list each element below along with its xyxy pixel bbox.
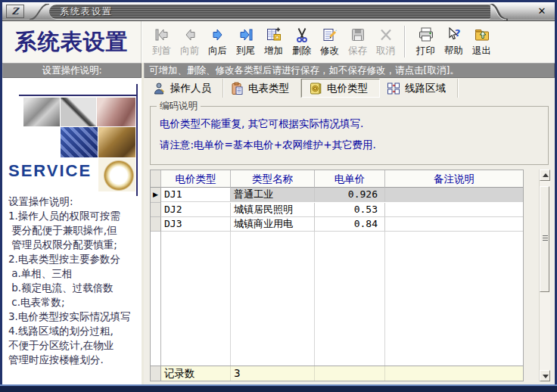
groupbox-line2: 请注意:电单价=基本电价+农网维护+其它费用.	[151, 138, 548, 152]
filler-note-col	[385, 232, 523, 366]
pen-photo	[61, 98, 96, 126]
toolbar-delete-button[interactable]: 删除	[288, 23, 316, 58]
tabbar: 操作人员电表类型电价类型线路区域	[144, 78, 555, 98]
help-icon: ?	[440, 24, 468, 45]
footer-indicator-cell	[151, 366, 161, 381]
groupbox-line1: 电价类型不能重复, 其它可根据实际情况填写.	[151, 117, 548, 131]
toolbar-button-label: 打印	[412, 45, 440, 58]
cell-price: 0.84	[315, 217, 385, 232]
cell-note	[385, 203, 523, 217]
toolbar-modify-button[interactable]: 修改	[316, 23, 344, 58]
price-type-grid: 电价类型类型名称电单价备注说明 ▶DJ1普通工业0.926DJ2城镇居民照明0.…	[150, 170, 524, 381]
record-count-label: 记录数	[161, 366, 231, 381]
toolbar-button-label: 到首	[148, 45, 176, 58]
toolbar-save-button: 保存	[344, 23, 372, 58]
toolbar-button-label: 到尾	[232, 45, 260, 58]
keyboard-photo	[61, 127, 98, 157]
tab-person[interactable]: 操作人员	[145, 79, 223, 98]
instruction-line: 4.线路区域的划分过粗,	[8, 324, 138, 338]
toolbar-button-label: 退出	[468, 45, 496, 58]
scroll-down-button[interactable]	[540, 370, 550, 381]
table-row[interactable]: ▶DJ1普通工业0.926	[151, 188, 523, 203]
cancel-icon	[372, 24, 400, 45]
instruction-line: 管理时应按楼幢划分.	[8, 353, 138, 367]
last-icon	[232, 24, 260, 45]
tab-clipboard[interactable]: 电表类型	[223, 79, 301, 98]
grid-empty-area	[151, 232, 523, 366]
toolbar-cancel-button: 取消	[372, 23, 400, 58]
column-header: 电价类型	[161, 170, 231, 188]
scrollbar-thumb[interactable]	[540, 186, 549, 292]
vertical-scrollbar[interactable]	[539, 170, 550, 381]
grid-header-row: 电价类型类型名称电单价备注说明	[151, 170, 523, 188]
notice-bar: 可增加、删除、修改各类型后请进行保存，如不保存修改，请点击[取消]。	[144, 63, 555, 78]
column-header: 电单价	[315, 170, 385, 188]
cell-note	[385, 217, 523, 232]
filler-name-col	[231, 232, 315, 366]
toolbar-button-label: 向前	[176, 45, 204, 58]
instruction-line: 要分配便于兼职操作,但	[8, 223, 138, 238]
filler-code-col	[161, 232, 231, 366]
toolbar-last-button[interactable]: 到尾	[232, 23, 260, 58]
row-indicator-cell: ▶	[151, 188, 161, 203]
tab-area[interactable]: 线路区域	[380, 79, 458, 98]
toolbar-button-label: 保存	[344, 45, 372, 58]
cell-code: DJ1	[161, 188, 231, 202]
grid-rows: ▶DJ1普通工业0.926DJ2城镇居民照明0.53DJ3城镇商业用电0.84	[151, 188, 523, 232]
exit-icon	[468, 24, 496, 45]
toolbar-next-button[interactable]: 向后	[204, 23, 232, 58]
scroll-up-button[interactable]	[540, 170, 550, 181]
app-window: Z 系统表设置 ✕ 系统表设置 到首向前向后到尾增加删除修改保存取消打印?帮助退…	[0, 0, 557, 392]
toolbar-separator	[404, 26, 406, 58]
record-count-value: 3	[231, 366, 315, 381]
cell-note	[385, 188, 523, 202]
close-button[interactable]: ✕	[534, 5, 549, 18]
instruction-line: c.电表常数;	[8, 295, 138, 310]
cell-name: 普通工业	[231, 188, 315, 202]
toolbar-button-label: 增加	[260, 45, 288, 58]
instruction-line: 2.电表类型按主要参数分	[8, 252, 138, 266]
cell-price: 0.926	[315, 188, 385, 202]
prev-icon	[176, 24, 204, 45]
app-logo-icon: Z	[6, 5, 24, 18]
modify-icon	[316, 24, 344, 45]
instruction-line: 不便于分区统计,在物业	[8, 338, 138, 353]
svg-text:?: ?	[455, 27, 461, 39]
toolbar-help-button[interactable]: ?帮助	[440, 23, 468, 58]
page-title: 系统表设置	[15, 27, 129, 58]
row-indicator-cell	[151, 203, 161, 217]
instruction-line: b.额定电流、过载倍数	[8, 281, 138, 295]
titlebar: Z 系统表设置 ✕	[2, 2, 555, 21]
titlebar-swoosh-right	[487, 4, 509, 20]
column-header: 备注说明	[385, 170, 523, 188]
footer-empty-cell	[385, 366, 523, 381]
toolbar-print-button[interactable]: 打印	[412, 23, 440, 58]
add-icon	[260, 24, 288, 45]
toolbar-add-button[interactable]: 增加	[260, 23, 288, 58]
save-icon	[344, 24, 372, 45]
collage-vertical-line	[136, 84, 138, 196]
instruction-line: 设置操作说明:	[8, 194, 138, 209]
clipboard-icon	[230, 82, 244, 95]
window-title: 系统表设置	[49, 5, 113, 18]
filler-price-col	[315, 232, 385, 366]
price-icon	[309, 82, 322, 95]
coding-note-groupbox: 编码说明 电价类型不能重复, 其它可根据实际情况填写. 请注意:电单价=基本电价…	[150, 106, 549, 165]
cell-name: 城镇居民照明	[231, 203, 315, 217]
toolbar-button-label: 帮助	[440, 45, 468, 58]
toolbar: 到首向前向后到尾增加删除修改保存取消打印?帮助退出	[142, 21, 555, 63]
toolbar-exit-button[interactable]: 退出	[468, 23, 496, 58]
tools-photo	[23, 98, 60, 126]
tab-price[interactable]: 电价类型	[301, 79, 380, 98]
table-row[interactable]: DJ3城镇商业用电0.84	[151, 217, 523, 232]
table-row[interactable]: DJ2城镇居民照明0.53	[151, 203, 523, 217]
scrollbar-track[interactable]	[540, 181, 550, 370]
toolbar-button-label: 取消	[372, 45, 400, 58]
header-row: 系统表设置 到首向前向后到尾增加删除修改保存取消打印?帮助退出	[2, 21, 555, 63]
tab-label: 线路区域	[405, 82, 446, 95]
delete-icon	[288, 24, 316, 45]
header-indicator-cell	[151, 170, 161, 188]
cell-code: DJ2	[161, 203, 231, 217]
toolbar-first-button: 到首	[148, 23, 176, 58]
toolbar-button-label: 删除	[288, 45, 316, 58]
